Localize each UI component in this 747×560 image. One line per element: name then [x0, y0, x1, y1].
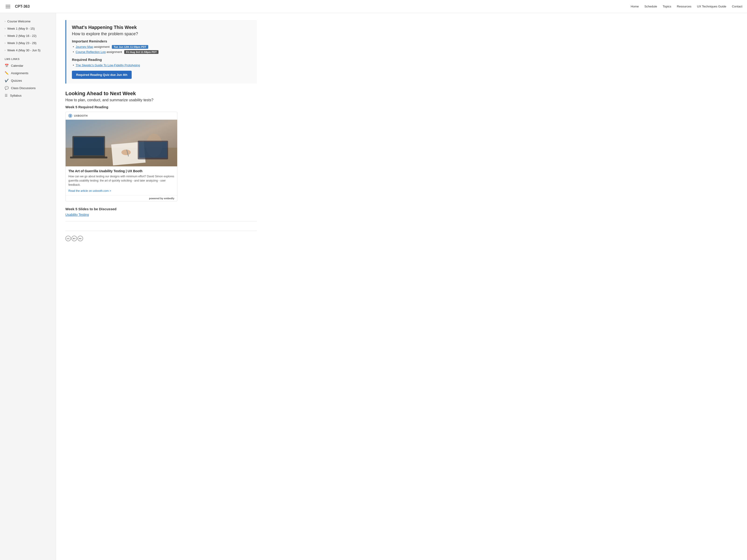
reminder-item-journey-map: Journey Map assignment Tue Jun 12th 11:5…: [76, 45, 251, 49]
top-navigation: CPT-363 Home Schedule Topics Resources U…: [0, 0, 747, 13]
embedly-brand: embedly: [164, 197, 174, 200]
sidebar-item-week3[interactable]: › Week 3 (May 23 - 29): [0, 39, 56, 47]
sidebar-item-label: Week 1 (May 9 - 15): [7, 27, 35, 30]
embedly-image-inner: [66, 120, 177, 166]
embedly-cta-link[interactable]: Read the article on uxbooth.com >: [69, 189, 111, 192]
required-reading-label: Required Reading: [72, 58, 251, 61]
embedly-card: UXBOOTH: [66, 112, 177, 202]
reflection-log-badge: Fri Aug 3rd 11:59pm PDT: [124, 50, 158, 54]
week5-slides-label: Week 5 Slides to be Discussed: [66, 207, 257, 211]
quiz-button[interactable]: Required Reading Quiz due Jun 4th: [72, 71, 132, 79]
svg-rect-6: [74, 137, 104, 155]
skeptics-guide-link[interactable]: The Skeptic's Guide To Low-Fidelity Prot…: [76, 63, 140, 67]
sidebar-item-class-discussions[interactable]: 💬 Class Discussions: [0, 84, 56, 92]
reminder-suffix-1: assignment: [106, 50, 122, 54]
sidebar-item-week2[interactable]: › Week 2 (May 16 - 22): [0, 32, 56, 39]
reminders-label: Important Reminders: [72, 39, 251, 43]
svg-rect-13: [139, 142, 167, 158]
hamburger-line-3: [6, 8, 10, 8]
sidebar-item-calendar[interactable]: 📅 Calendar: [0, 62, 56, 69]
reminder-item-reflection-log: Course Reflection Log assignment Fri Aug…: [76, 50, 251, 54]
nav-link-resources[interactable]: Resources: [677, 5, 691, 8]
embedly-powered-prefix: powered by: [149, 197, 163, 200]
chevron-icon: ›: [5, 27, 5, 30]
creative-commons-badges: CC BY NC: [66, 236, 83, 241]
nav-link-topics[interactable]: Topics: [663, 5, 671, 8]
sidebar-item-label: Week 2 (May 16 - 22): [7, 34, 36, 37]
chevron-icon: ›: [5, 34, 5, 37]
sidebar-item-course-welcome[interactable]: › Course Welcome: [0, 18, 56, 25]
sidebar-item-quizzes[interactable]: ✔️ Quizzes: [0, 77, 56, 84]
sidebar-lms-label: Calendar: [11, 64, 23, 68]
week5-slides-section: Week 5 Slides to be Discussed Usability …: [66, 207, 257, 216]
embedly-image: [66, 120, 177, 166]
nav-link-ux-guide[interactable]: UX Techniques Guide: [697, 5, 726, 8]
embedly-footer: powered by embedly: [66, 195, 177, 201]
sidebar-item-assignments[interactable]: ✏️ Assignments: [0, 69, 56, 77]
main-content: What's Happening This Week How to explor…: [56, 13, 266, 560]
chat-icon: 💬: [5, 86, 9, 90]
nav-link-contact[interactable]: Contact: [732, 5, 742, 8]
sidebar-item-week1[interactable]: › Week 1 (May 9 - 15): [0, 25, 56, 32]
sidebar: › Course Welcome › Week 1 (May 9 - 15) ›…: [0, 13, 56, 560]
top-nav-links: Home Schedule Topics Resources UX Techni…: [631, 5, 742, 8]
sidebar-item-label: Course Welcome: [7, 20, 30, 23]
chevron-icon: ›: [5, 49, 5, 52]
week5-reading-label: Week 5 Required Reading: [66, 105, 257, 109]
hamburger-menu-button[interactable]: [5, 4, 11, 9]
reading-list: The Skeptic's Guide To Low-Fidelity Prot…: [72, 63, 251, 67]
sidebar-lms-label: Quizzes: [11, 79, 22, 82]
looking-ahead-heading: Looking Ahead to Next Week: [66, 90, 257, 97]
calendar-icon: 📅: [5, 64, 9, 68]
chevron-icon: ›: [5, 20, 5, 23]
sidebar-item-week4[interactable]: › Week 4 (May 30 - Jun 5): [0, 47, 56, 54]
top-nav-left: CPT-363: [5, 4, 30, 9]
sidebar-lms-label: Syllabus: [10, 94, 22, 97]
looking-ahead-subheading: How to plan, conduct, and summarize usab…: [66, 98, 257, 102]
cc-nc-icon: NC: [77, 236, 83, 241]
sidebar-lms-label: Assignments: [11, 72, 28, 75]
hamburger-line-2: [6, 6, 10, 7]
section-divider: [66, 221, 257, 221]
embedly-image-svg: [66, 120, 177, 166]
sidebar-item-label: Week 3 (May 23 - 29): [7, 41, 36, 45]
uxbooth-logo: [69, 114, 72, 117]
reading-item-skeptic: The Skeptic's Guide To Low-Fidelity Prot…: [76, 63, 251, 67]
cc-icon: CC: [66, 236, 71, 241]
looking-ahead-section: Looking Ahead to Next Week How to plan, …: [66, 90, 257, 241]
embedly-header: UXBOOTH: [66, 112, 177, 120]
embedly-description: How can we go about testing our designs …: [69, 174, 174, 187]
cc-by-icon: BY: [72, 236, 77, 241]
embedly-source-label: UXBOOTH: [74, 114, 88, 117]
reminder-suffix-0: assignment: [93, 45, 109, 49]
lms-section-title: LMS LINKS: [0, 54, 56, 62]
nav-link-home[interactable]: Home: [631, 5, 639, 8]
journey-map-badge: Tue Jun 12th 11:59pm PDT: [112, 45, 148, 49]
site-title: CPT-363: [15, 4, 30, 9]
hamburger-line-1: [6, 5, 10, 5]
course-reflection-link[interactable]: Course Reflection Log: [76, 50, 106, 54]
svg-point-9: [121, 150, 131, 155]
check-icon: ✔️: [5, 79, 9, 82]
sidebar-lms-label: Class Discussions: [11, 86, 35, 90]
nav-link-schedule[interactable]: Schedule: [644, 5, 657, 8]
list-icon: ☰: [5, 94, 8, 97]
sidebar-item-label: Week 4 (May 30 - Jun 5): [7, 49, 41, 52]
globe-icon: [69, 114, 72, 117]
chevron-icon: ›: [5, 42, 5, 44]
usability-testing-link[interactable]: Usability Testing: [66, 213, 89, 216]
sidebar-item-syllabus[interactable]: ☰ Syllabus: [0, 92, 56, 99]
embedly-title: The Art of Guerrilla Usability Testing |…: [69, 169, 174, 173]
reminders-list: Journey Map assignment Tue Jun 12th 11:5…: [72, 45, 251, 54]
week-box-subheading: How to explore the problem space?: [72, 31, 251, 36]
embedly-body: The Art of Guerrilla Usability Testing |…: [66, 166, 177, 195]
week-box-heading: What's Happening This Week: [72, 25, 251, 30]
svg-rect-7: [70, 157, 107, 158]
week-box: What's Happening This Week How to explor…: [66, 20, 257, 83]
journey-map-link[interactable]: Journey Map: [76, 45, 93, 49]
pencil-icon: ✏️: [5, 71, 9, 75]
page-layout: › Course Welcome › Week 1 (May 9 - 15) ›…: [0, 13, 747, 560]
cc-footer: CC BY NC: [66, 231, 257, 241]
